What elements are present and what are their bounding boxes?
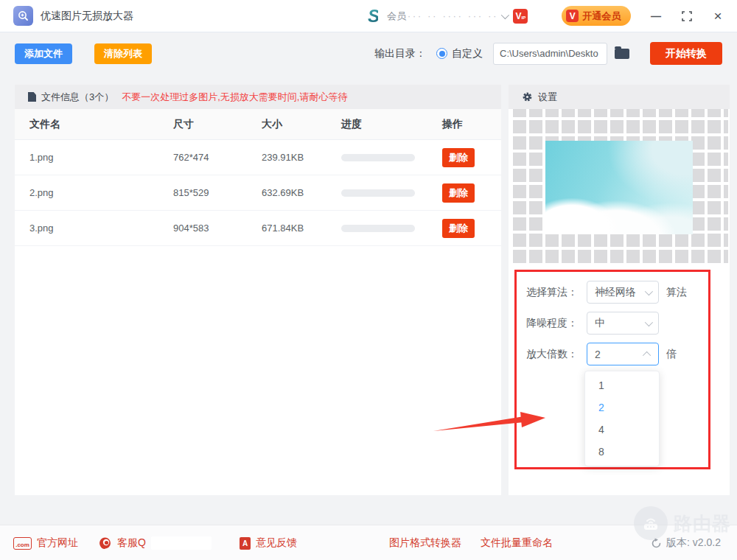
scale-label: 放大倍数： bbox=[526, 348, 587, 361]
chevron-up-icon bbox=[643, 351, 651, 359]
support-qq-label: 客服Q bbox=[117, 536, 146, 550]
table-row: 1.png 762*474 239.91KB 删除 bbox=[15, 140, 501, 175]
member-name-masked: ··· ·· ···· ··· ·· bbox=[408, 11, 498, 21]
scale-row: 放大倍数： 2 倍 bbox=[526, 343, 677, 365]
version-info: 版本: v2.0.2 bbox=[651, 525, 721, 560]
algorithm-value: 神经网络 bbox=[595, 286, 636, 299]
batch-rename-label: 文件批量重命名 bbox=[481, 536, 553, 550]
col-size: 大小 bbox=[262, 118, 341, 131]
file-dims: 815*529 bbox=[173, 187, 262, 198]
chevron-down-icon bbox=[645, 318, 653, 326]
app-icon bbox=[13, 6, 33, 26]
chevron-down-icon bbox=[645, 287, 653, 295]
algorithm-select[interactable]: 神经网络 bbox=[587, 281, 659, 304]
output-path-input[interactable] bbox=[493, 43, 607, 65]
member-label: 会员 bbox=[387, 10, 406, 23]
col-filename: 文件名 bbox=[29, 118, 173, 131]
output-settings: 输出目录： 自定义 开始转换 bbox=[374, 42, 722, 65]
vip-icon: V bbox=[566, 10, 579, 22]
feedback-label: 意见反馈 bbox=[256, 536, 297, 550]
scale-value: 2 bbox=[595, 349, 601, 360]
format-converter-link[interactable]: 图片格式转换器 bbox=[389, 525, 461, 560]
version-text: 版本: v2.0.2 bbox=[666, 536, 721, 550]
file-list-panel: 文件信息（3个） 不要一次处理过多图片,无损放大需要时间,请耐心等待 文件名 尺… bbox=[15, 85, 501, 495]
refresh-icon[interactable] bbox=[651, 538, 662, 549]
upgrade-label: 开通会员 bbox=[582, 10, 621, 23]
transparency-checkerboard bbox=[510, 109, 728, 266]
denoise-label: 降噪程度： bbox=[526, 317, 587, 330]
algorithm-row: 选择算法： 神经网络 算法 bbox=[526, 281, 687, 304]
denoise-row: 降噪程度： 中 bbox=[526, 312, 659, 335]
preview-image-clouds bbox=[545, 141, 693, 234]
format-converter-label: 图片格式转换器 bbox=[389, 536, 461, 550]
col-progress: 进度 bbox=[341, 118, 442, 131]
file-size: 671.84KB bbox=[262, 223, 341, 234]
table-header: 文件名 尺寸 大小 进度 操作 bbox=[15, 109, 501, 140]
document-icon bbox=[28, 92, 36, 102]
footer: .com 官方网址 客服Q A 意见反馈 图片格式转换器 文件批量重命名 bbox=[0, 525, 737, 560]
maximize-button[interactable] bbox=[681, 10, 693, 22]
vip-icon: VIP bbox=[513, 9, 528, 24]
gear-icon bbox=[522, 91, 533, 102]
file-size: 239.91KB bbox=[262, 152, 341, 163]
start-convert-button[interactable]: 开始转换 bbox=[650, 42, 722, 65]
official-site-label: 官方网址 bbox=[37, 536, 78, 550]
feedback-link[interactable]: A 意见反馈 bbox=[240, 525, 297, 560]
settings-title: 设置 bbox=[538, 91, 557, 104]
file-info-title: 文件信息（3个） bbox=[41, 91, 113, 104]
account-area: S 会员 ··· ·· ···· ··· ·· VIP V 开通会员 bbox=[368, 6, 631, 27]
file-name: 1.png bbox=[29, 152, 173, 163]
denoise-select[interactable]: 中 bbox=[587, 312, 659, 335]
denoise-value: 中 bbox=[595, 317, 605, 330]
file-dims: 762*474 bbox=[173, 152, 262, 163]
algorithm-suffix: 算法 bbox=[666, 286, 687, 299]
brand-logo: S bbox=[368, 6, 378, 27]
window-controls: — × bbox=[650, 10, 724, 22]
option-1[interactable]: 1 bbox=[585, 374, 659, 396]
feedback-icon: A bbox=[240, 537, 251, 550]
col-action: 操作 bbox=[442, 118, 501, 131]
chevron-down-icon[interactable] bbox=[501, 10, 509, 18]
file-dims: 904*583 bbox=[173, 223, 262, 234]
scale-select[interactable]: 2 bbox=[587, 343, 659, 365]
clear-list-button[interactable]: 清除列表 bbox=[94, 43, 152, 64]
add-files-button[interactable]: 添加文件 bbox=[15, 43, 72, 64]
maximize-icon bbox=[682, 11, 692, 21]
headset-icon bbox=[98, 536, 112, 550]
delete-button[interactable]: 删除 bbox=[442, 183, 475, 203]
official-site-link[interactable]: .com 官方网址 bbox=[13, 525, 78, 560]
delete-button[interactable]: 删除 bbox=[442, 219, 475, 238]
table-row: 3.png 904*583 671.84KB 删除 bbox=[15, 211, 501, 246]
option-2-selected[interactable]: 2 bbox=[585, 396, 659, 419]
title-bar: 优速图片无损放大器 S 会员 ··· ·· ···· ··· ·· VIP V … bbox=[0, 0, 737, 32]
option-8[interactable]: 8 bbox=[585, 441, 659, 463]
settings-header: 设置 bbox=[509, 85, 730, 109]
warning-text: 不要一次处理过多图片,无损放大需要时间,请耐心等待 bbox=[122, 91, 347, 104]
algorithm-label: 选择算法： bbox=[526, 286, 587, 299]
file-name: 2.png bbox=[29, 187, 173, 198]
scale-suffix: 倍 bbox=[666, 348, 677, 361]
output-dir-label: 输出目录： bbox=[374, 47, 426, 60]
progress-bar bbox=[341, 189, 415, 197]
upgrade-vip-button[interactable]: V 开通会员 bbox=[562, 6, 631, 26]
close-button[interactable]: × bbox=[712, 10, 724, 22]
col-dimensions: 尺寸 bbox=[173, 118, 262, 131]
batch-rename-link[interactable]: 文件批量重命名 bbox=[481, 525, 553, 560]
file-size: 632.69KB bbox=[262, 187, 341, 198]
custom-dir-radio[interactable] bbox=[436, 48, 447, 59]
file-panel-header: 文件信息（3个） 不要一次处理过多图片,无损放大需要时间,请耐心等待 bbox=[15, 85, 501, 109]
folder-browse-icon[interactable] bbox=[615, 49, 629, 59]
com-icon: .com bbox=[13, 537, 32, 550]
qq-number-redacted bbox=[151, 536, 212, 550]
progress-bar bbox=[341, 154, 415, 161]
custom-dir-label: 自定义 bbox=[452, 47, 483, 60]
file-name: 3.png bbox=[29, 223, 173, 234]
option-4[interactable]: 4 bbox=[585, 419, 659, 441]
support-qq-link[interactable]: 客服Q bbox=[98, 525, 212, 560]
progress-bar bbox=[341, 225, 415, 232]
app-title: 优速图片无损放大器 bbox=[41, 10, 133, 23]
minimize-button[interactable]: — bbox=[650, 10, 662, 22]
delete-button[interactable]: 删除 bbox=[442, 148, 475, 167]
table-row: 2.png 815*529 632.69KB 删除 bbox=[15, 175, 501, 211]
toolbar: 添加文件 清除列表 输出目录： 自定义 开始转换 bbox=[0, 33, 737, 74]
